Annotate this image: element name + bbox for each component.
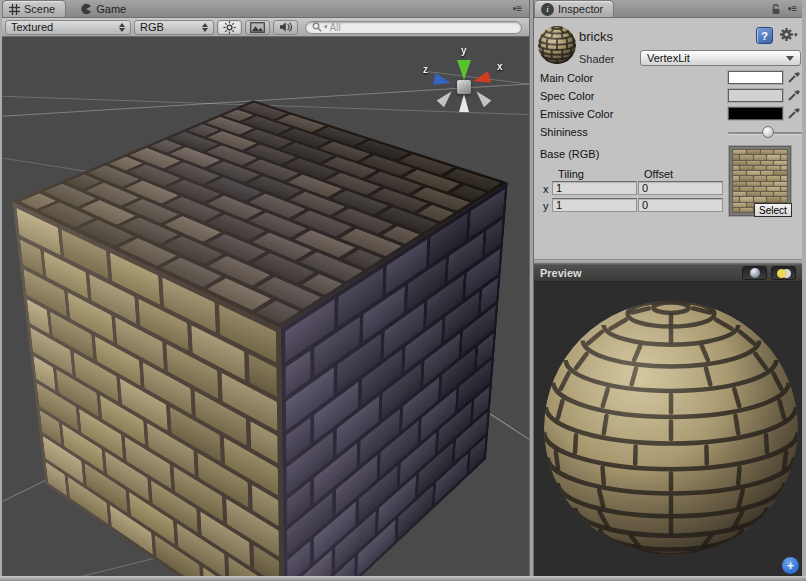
window-frame-right: [802, 0, 806, 581]
base-texture-thumbnail[interactable]: Select: [728, 145, 792, 217]
shader-value: VertexLit: [647, 52, 690, 64]
tiling-x-label: x: [543, 183, 549, 195]
select-button[interactable]: Select: [754, 203, 792, 217]
lock-icon[interactable]: [770, 3, 782, 15]
scene-panel: Scene Game ▾≡ Textured RGB: [2, 0, 530, 576]
shader-label: Shader: [579, 53, 614, 65]
scene-toolbar: Textured RGB: [2, 18, 529, 37]
render-mode-value: RGB: [140, 21, 164, 33]
axis-y-label: y: [461, 45, 467, 56]
tab-game-label: Game: [96, 3, 126, 15]
pane-divider[interactable]: [530, 0, 533, 576]
scene-orientation-gizmo[interactable]: y x z: [421, 47, 507, 127]
shininess-label: Shininess: [540, 126, 588, 138]
spec-color-label: Spec Color: [540, 90, 594, 102]
eyedropper-icon[interactable]: [787, 88, 801, 102]
offset-x-input[interactable]: [638, 181, 723, 195]
window-frame-left: [0, 0, 2, 581]
spec-color-swatch[interactable]: [728, 89, 783, 102]
axis-z-cone[interactable]: [433, 73, 452, 89]
unity-editor-window: Scene Game ▾≡ Textured RGB: [0, 0, 806, 581]
slider-knob[interactable]: [762, 126, 774, 138]
window-frame-bottom: [0, 576, 806, 581]
tab-scene[interactable]: Scene: [2, 0, 66, 17]
search-input[interactable]: ▾ All: [305, 21, 522, 34]
eyedropper-icon[interactable]: [787, 106, 801, 120]
chevron-down-icon: [786, 56, 794, 61]
scene-viewport[interactable]: y x z: [2, 37, 529, 576]
preview-sphere-shading: [544, 301, 798, 555]
preview-header[interactable]: Preview: [534, 264, 802, 282]
tab-game[interactable]: Game: [74, 0, 136, 17]
preview-sphere[interactable]: [544, 301, 798, 555]
render-mode-dropdown[interactable]: RGB: [134, 20, 214, 35]
scene-tabbar: Scene Game ▾≡: [2, 0, 529, 18]
emissive-color-swatch[interactable]: [728, 107, 783, 120]
tiling-header: Tiling: [558, 168, 584, 180]
eyedropper-icon[interactable]: [787, 70, 801, 84]
main-color-label: Main Color: [540, 72, 593, 84]
sphere-icon: [750, 268, 760, 278]
scene-menu-icon[interactable]: ▾≡: [513, 0, 529, 17]
draw-mode-value: Textured: [11, 21, 53, 33]
inspector-tabbar: i Inspector ▾≡: [534, 0, 802, 18]
game-icon: [80, 3, 92, 15]
updown-arrows-icon: [119, 23, 125, 32]
tiling-y-label: y: [543, 200, 549, 212]
tab-inspector-label: Inspector: [558, 3, 603, 15]
material-thumb-shading: [538, 26, 576, 64]
main-color-swatch[interactable]: [728, 71, 783, 84]
scene-skybox-toggle[interactable]: [245, 20, 270, 35]
tab-scene-label: Scene: [24, 3, 55, 15]
offset-y-input[interactable]: [638, 198, 723, 212]
emissive-color-label: Emissive Color: [540, 108, 613, 120]
tab-inspector[interactable]: i Inspector: [534, 0, 614, 17]
image-icon: [250, 22, 265, 33]
search-filter-caret-icon[interactable]: ▾: [324, 23, 328, 31]
tiling-x-input[interactable]: [552, 181, 637, 195]
speaker-icon: [279, 21, 293, 33]
preview-title: Preview: [540, 267, 582, 279]
add-preview-button[interactable]: +: [782, 557, 799, 574]
axis-x-label: x: [497, 61, 503, 72]
base-rgb-label: Base (RGB): [540, 148, 599, 160]
axis-z-label: z: [423, 64, 428, 75]
search-filter-value: All: [330, 22, 341, 33]
help-icon[interactable]: ?: [756, 27, 773, 44]
brick-cube[interactable]: [145, 146, 408, 544]
preview-lighting-button[interactable]: [771, 266, 796, 280]
draw-mode-dropdown[interactable]: Textured: [5, 20, 131, 35]
material-inspector: bricks ? ▾ Shader VertexLit Main: [534, 18, 802, 260]
settings-button[interactable]: ▾: [779, 27, 798, 42]
axis-x-cone[interactable]: [472, 71, 492, 87]
shader-dropdown[interactable]: VertexLit: [640, 50, 801, 66]
search-icon: [312, 22, 322, 32]
shininess-slider[interactable]: [728, 126, 802, 140]
sun-icon: [223, 21, 236, 34]
axis-neg-cone[interactable]: [473, 88, 492, 107]
scene-lighting-toggle[interactable]: [217, 20, 242, 35]
tiling-y-input[interactable]: [552, 198, 637, 212]
preview-area[interactable]: +: [534, 282, 802, 576]
offset-header: Offset: [644, 168, 673, 180]
inspector-menu-icon[interactable]: ▾≡: [788, 3, 796, 14]
two-lights-icon: [777, 269, 791, 278]
preview-model-button[interactable]: [742, 266, 767, 280]
axis-neg-cone[interactable]: [437, 88, 456, 107]
axis-neg-y-cone[interactable]: [459, 94, 469, 112]
updown-arrows-icon: [202, 23, 208, 32]
gear-icon: [779, 27, 794, 42]
scene-audio-toggle[interactable]: [273, 20, 298, 35]
grid-icon: [9, 4, 20, 15]
gear-caret-icon: ▾: [794, 31, 798, 39]
info-icon: i: [541, 3, 554, 16]
material-preview-thumbnail: [538, 26, 576, 64]
axis-y-cone[interactable]: [457, 60, 471, 80]
inspector-panel: i Inspector ▾≡ bricks ?: [533, 0, 802, 576]
gizmo-center-cube[interactable]: [457, 80, 471, 94]
material-name: bricks: [579, 29, 613, 44]
